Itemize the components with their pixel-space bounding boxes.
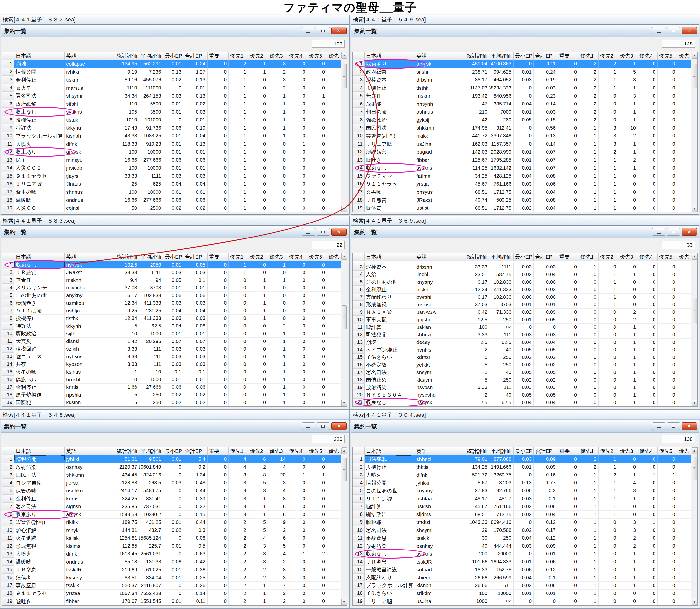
table-row[interactable]: 1司法犯罪shhnzi79.01877.8880.030.09021000 <box>353 455 697 463</box>
table-row[interactable]: 7９１１は嘘ushtja9.25231.250.040.04001000 <box>2 307 347 315</box>
table-row[interactable]: 1収束なしnssysk102.520500.010.05010100 <box>2 261 347 269</box>
table-row[interactable]: 14温暖嘘ondnus55.18131.380.060.42023200 <box>2 558 347 566</box>
table-row[interactable]: 21収束なしnssysk2.562.50.040.04000100 <box>353 399 697 406</box>
minimize-button[interactable] <box>652 228 665 236</box>
scroll-up-button[interactable]: ▲ <box>341 448 347 454</box>
header-cell[interactable]: 英語 <box>415 52 465 60</box>
header-cell[interactable]: 優先3 <box>268 253 288 261</box>
table-row[interactable]: 5この世あの世knyany6.17102.8330.060.06001000 <box>353 278 697 286</box>
table-row[interactable]: 17資本の嘘shnnus100100000.010.01010000 <box>2 188 347 196</box>
header-cell[interactable]: 重要 <box>558 447 579 455</box>
table-row[interactable]: 9特許法tkkyhu17.4391.7360.060.19010100 <box>2 124 347 132</box>
table-row[interactable]: 12形成無視kisims112.85225.70.010.5023500 <box>2 542 347 550</box>
header-cell[interactable]: 優先3 <box>268 447 288 455</box>
table-row[interactable]: 3大噴火difnk521.723260.7500.16012111 <box>353 471 697 479</box>
table-row[interactable]: 16Ｊリニア嘘Jlnaus256250.040.04010000 <box>2 180 347 188</box>
table-row[interactable]: 8強欲政治gyksij422800.050.15020100 <box>353 116 697 124</box>
table-row[interactable]: 10腐敗政治sijfhi1010000.010.01000100 <box>2 330 347 337</box>
scroll-thumb[interactable]: ≡ <box>342 458 346 482</box>
table-row[interactable]: 14共存kyozon3.331110.030.03000100 <box>2 361 347 368</box>
header-cell[interactable]: 統計評価 <box>465 447 490 455</box>
scroll-down-button[interactable]: ▼ <box>692 206 697 212</box>
result-count-field[interactable]: 22 <box>312 241 345 249</box>
table-row[interactable]: 18ＪＲ悪質JRakst40.74509.250.030.08011000 <box>353 196 697 204</box>
table-row[interactable]: 16不確定故yefkkt52500.020.02000100 <box>353 361 697 369</box>
table-row[interactable]: 9脱税罪tmdtzi1043.338694.41600.12010310 <box>353 519 697 526</box>
search-window-titlebar[interactable]: 検索[４４１量子＿８８２.sea] <box>0 15 349 24</box>
header-cell[interactable]: 優先5 <box>307 52 327 60</box>
table-row[interactable]: 16狂信者kysnsy83.51334.040.010.25022300 <box>2 574 347 582</box>
close-button[interactable]: ✕ <box>682 228 697 236</box>
scroll-thumb[interactable]: ≡ <box>692 456 697 480</box>
scroll-up-button[interactable]: ▲ <box>692 253 697 260</box>
scroll-thumb[interactable]: ≡ <box>692 299 697 323</box>
table-row[interactable]: 18国債止めkksiym52500.020.02000100 <box>353 376 697 384</box>
table-row[interactable]: 4情報公開jyhkki5.673.2030.131.77011400 <box>353 479 697 487</box>
header-cell-rownum[interactable] <box>2 447 14 455</box>
table-row[interactable]: 19Ｊリニア嘘usJlna1000+∞00010000 <box>353 597 697 605</box>
table-row[interactable]: 20ＮＹＳＥ３０４nyseshd2400.050.05000100 <box>353 392 697 399</box>
header-cell-rownum[interactable] <box>2 253 14 261</box>
header-cell[interactable]: 優先1 <box>579 52 599 60</box>
table-row[interactable]: 7朝日の嘘ashnus21070000.010.03020100 <box>353 108 697 116</box>
header-cell[interactable]: 合計EP <box>184 447 208 455</box>
vertical-scrollbar[interactable]: ▲≡▼ <box>341 253 347 407</box>
close-button[interactable]: ✕ <box>682 27 697 34</box>
table-row[interactable]: 2投機停止thktis134.251491.6660.010.09021000 <box>353 463 697 471</box>
table-row[interactable]: 7嘘計算uskisn45.67761.1660.030.06011000 <box>353 503 697 511</box>
table-row[interactable]: 11Ｊリニア嘘usJlna162.031157.35700.14013100 <box>353 140 697 148</box>
header-cell[interactable]: 優先2 <box>249 52 268 60</box>
table-row[interactable]: 18温暖嘘ondnus16.66277.6660.060.06010000 <box>2 196 347 204</box>
header-cell[interactable]: 平均評価 <box>490 447 514 455</box>
table-row[interactable]: 4嘘火星marsus111011100000.01010200 <box>2 84 347 92</box>
search-window-titlebar[interactable]: 検索[４４１量子＿５４８.sea] <box>0 410 349 420</box>
header-cell[interactable]: 優先1 <box>579 253 599 261</box>
restore-button[interactable] <box>667 422 680 430</box>
table-row[interactable]: 4ロシア自衛jiersa128.88268.50.030.48035300 <box>2 479 347 487</box>
header-cell[interactable]: 統計評価 <box>115 52 139 60</box>
table-row[interactable]: 9霊警告(計画)rikikk189.75431.250.010.44025900 <box>2 519 347 526</box>
header-cell[interactable]: 合計EP <box>184 253 208 261</box>
scroll-down-button[interactable]: ▼ <box>341 599 347 605</box>
table-row[interactable]: 9ＮＡＳＡ嘘usNASA6.4271.3330.020.09000200 <box>353 309 697 316</box>
close-button[interactable]: ✕ <box>331 422 346 430</box>
table-row[interactable]: 16偽旗ヘルhrnsht1010000.010.01000100 <box>2 376 347 384</box>
restore-button[interactable] <box>317 27 330 34</box>
header-cell[interactable]: 最小EP <box>163 253 184 261</box>
header-cell[interactable]: 統計評価 <box>115 447 139 455</box>
header-cell[interactable]: 英語 <box>415 447 465 455</box>
scroll-down-button[interactable]: ▼ <box>341 206 347 212</box>
header-cell[interactable]: 重要 <box>558 52 579 60</box>
table-row[interactable]: 14ヘイブン廃止hvnhis2400.050.05000100 <box>353 346 697 354</box>
table-row[interactable]: 12演説妨害bugiad142.032028.9990.010.07012100 <box>353 148 697 156</box>
table-row[interactable]: 12司法犯罪shhnzi3.331110.030.03000100 <box>353 331 697 339</box>
header-cell[interactable]: 最小EP <box>514 52 534 60</box>
table-row[interactable]: 1情報公開jyhkki51.319.5010.015.40461400 <box>2 455 347 463</box>
table-row[interactable]: 12租税回避szikih3.331110.030.03000100 <box>2 345 347 353</box>
table-row[interactable]: 6金利停止knrtis324.25831.4100.39031800 <box>2 495 347 503</box>
table-row[interactable]: 18９１１ヤラセyrstaa1057.347552.42800.14021300 <box>2 590 347 597</box>
header-cell[interactable]: 優先5 <box>307 447 327 455</box>
header-cell[interactable]: 優先3 <box>618 253 638 261</box>
table-row[interactable]: 12放射汚染osnhsy40444.4440.030.09010200 <box>353 542 697 550</box>
header-cell[interactable]: 日本語 <box>364 253 415 261</box>
table-row[interactable]: 15子供さらいkdmsri52500.020.02000100 <box>353 354 697 361</box>
table-row[interactable]: 16支配終わりshiend26.66266.5990.040.1010100 <box>353 574 697 582</box>
table-row[interactable]: 19国際犯kksihn52500.020.02000100 <box>2 399 347 406</box>
table-row[interactable]: 3泥棒資本drbshn33.3311110.030.03010000 <box>353 263 697 271</box>
table-row[interactable]: 8形成無視mskisi37.0337030.010.01001000 <box>353 301 697 309</box>
result-count-field[interactable]: 148 <box>662 40 695 48</box>
search-window-titlebar[interactable]: 検索[４４１量子＿８８３.sea] <box>0 216 349 225</box>
header-cell[interactable]: 英語 <box>415 253 465 261</box>
header-cell[interactable]: 平均評価 <box>139 253 163 261</box>
table-row[interactable]: 5保管の嘘usnhkn2414.175486.7500.44033400 <box>2 487 347 495</box>
restore-button[interactable] <box>317 422 330 430</box>
vertical-scrollbar[interactable]: ▲≡▼ <box>691 447 698 606</box>
header-cell-rownum[interactable] <box>353 447 364 455</box>
header-cell[interactable]: 統計評価 <box>115 253 139 261</box>
table-row[interactable]: 9国民司法shkkmn174.95312.4100.560131000 <box>353 124 697 132</box>
aggregation-titlebar[interactable]: 集約一覧✕ <box>1 226 348 239</box>
minimize-button[interactable] <box>302 422 315 430</box>
table-row[interactable]: 1崩壊collapse134.95562.2910.010.24021300 <box>2 60 347 68</box>
table-row[interactable]: 2ＪＲ悪質JRakst33.3311110.030.03010000 <box>2 269 347 276</box>
